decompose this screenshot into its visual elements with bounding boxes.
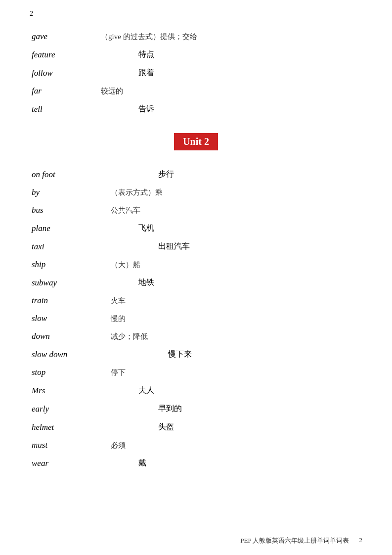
cn-meaning: 戴 (109, 454, 362, 472)
en-word: follow (30, 64, 99, 82)
vocab-row: follow 跟着 (30, 64, 362, 82)
cn-meaning: 跟着 (99, 64, 362, 82)
unit-divider: Unit 2 (30, 133, 362, 150)
vocab-row: on foot 步行 (30, 165, 362, 184)
extra-info: 停下 (109, 364, 362, 381)
en-word: by (30, 184, 109, 201)
vocab-row: far 较远的 (30, 82, 362, 100)
en-word: tell (30, 100, 99, 118)
en-word: slow down (30, 345, 109, 364)
unit-badge: Unit 2 (174, 133, 218, 150)
en-word: stop (30, 364, 109, 381)
vocab-row: subway 地铁 (30, 274, 362, 292)
extra-info: 公共汽车 (109, 201, 362, 219)
vocab-row: bus 公共汽车 (30, 201, 362, 219)
footer-number: 2 (359, 536, 363, 545)
en-word: subway (30, 274, 109, 292)
en-word: feature (30, 46, 99, 64)
en-word: must (30, 436, 109, 454)
vocab-row: helmet 头盔 (30, 418, 362, 436)
vocab-row: wear 戴 (30, 454, 362, 472)
en-word: far (30, 82, 99, 100)
extra-info: 慢的 (109, 310, 362, 327)
vocab-row: taxi 出租汽车 (30, 237, 362, 256)
cn-meaning: 地铁 (109, 274, 362, 292)
vocab-row: tell 告诉 (30, 100, 362, 118)
cn-meaning: 告诉 (99, 100, 362, 118)
extra-info: （大）船 (109, 256, 362, 274)
cn-meaning: 特点 (99, 46, 362, 64)
cn-meaning: 早到的 (109, 400, 362, 418)
cn-meaning: 夫人 (109, 381, 362, 400)
vocab-row: slow 慢的 (30, 310, 362, 327)
page-number-top: 2 (30, 10, 362, 18)
en-word: plane (30, 219, 109, 237)
vocab-row: Mrs 夫人 (30, 381, 362, 400)
cn-meaning: 出租汽车 (109, 237, 362, 256)
en-word: train (30, 292, 109, 310)
en-word: Mrs (30, 381, 109, 400)
vocab-row: early 早到的 (30, 400, 362, 418)
cn-meaning: 头盔 (109, 418, 362, 436)
extra-info: 减少；降低 (109, 327, 362, 345)
cn-meaning: 慢下来 (109, 345, 362, 364)
cn-meaning: 步行 (109, 165, 362, 184)
vocab-row: by （表示方式）乘 (30, 184, 362, 201)
vocab-table-section1: gave （give 的过去式）提供；交给 feature 特点 follow … (30, 28, 362, 118)
extra-info: （表示方式）乘 (109, 184, 362, 201)
vocab-row: down 减少；降低 (30, 327, 362, 345)
extra-info: （give 的过去式）提供；交给 (99, 28, 362, 46)
vocab-row: plane 飞机 (30, 219, 362, 237)
en-word: gave (30, 28, 99, 46)
en-word: helmet (30, 418, 109, 436)
page: 2 gave （give 的过去式）提供；交给 feature 特点 follo… (0, 0, 392, 555)
en-word: slow (30, 310, 109, 327)
cn-meaning: 飞机 (109, 219, 362, 237)
en-word: early (30, 400, 109, 418)
en-word: down (30, 327, 109, 345)
extra-info: 火车 (109, 292, 362, 310)
vocab-row: feature 特点 (30, 46, 362, 64)
vocab-row: stop 停下 (30, 364, 362, 381)
vocab-row: must 必须 (30, 436, 362, 454)
en-word: on foot (30, 165, 109, 184)
en-word: bus (30, 201, 109, 219)
footer-text: PEP 人教版英语六年级上册单词单词表 (240, 536, 349, 545)
vocab-row: gave （give 的过去式）提供；交给 (30, 28, 362, 46)
extra-info: 较远的 (99, 82, 362, 100)
vocab-row: ship （大）船 (30, 256, 362, 274)
vocab-table-section2: on foot 步行 by （表示方式）乘 bus 公共汽车 plane 飞机 … (30, 165, 362, 472)
en-word: ship (30, 256, 109, 274)
en-word: taxi (30, 237, 109, 256)
en-word: wear (30, 454, 109, 472)
footer: PEP 人教版英语六年级上册单词单词表 2 (0, 536, 392, 545)
vocab-row: slow down 慢下来 (30, 345, 362, 364)
vocab-row: train 火车 (30, 292, 362, 310)
extra-info: 必须 (109, 436, 362, 454)
